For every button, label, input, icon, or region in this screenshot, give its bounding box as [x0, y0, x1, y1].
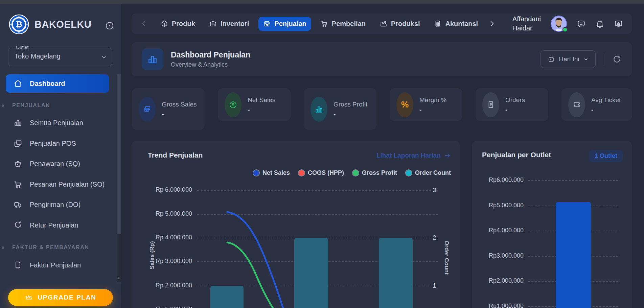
kpi-card-gross-profit[interactable]: Gross Profit -: [304, 88, 376, 130]
sidebar-item-label: Pengiriman (DO): [30, 201, 80, 209]
upgrade-plan-button[interactable]: UPGRADE PLAN: [8, 289, 113, 306]
y-tick: Rp3.000.000: [476, 252, 524, 259]
kpi-title: Gross Profit: [334, 100, 367, 109]
order-count-bar-2[interactable]: [294, 238, 328, 308]
kpi-title: Orders: [505, 96, 525, 104]
right-axis-tick: 3: [433, 186, 436, 194]
user-name: Affandani Haidar: [512, 15, 541, 33]
module-tabs: Produk Inventori Penjualan: [156, 17, 483, 31]
left-axis-title: Sales (Rp): [149, 232, 156, 279]
warehouse-icon: [209, 20, 217, 27]
date-filter-label: Hari Ini: [559, 55, 579, 63]
sidebar-item-pesanan-penjualan-so[interactable]: Pesanan Penjualan (SO): [6, 177, 109, 192]
legend-item-cogs[interactable]: COGS (HPP): [299, 169, 344, 176]
sidebar-item-semua-penjualan[interactable]: Semua Penjualan: [6, 115, 109, 130]
dollar-icon: [225, 92, 242, 117]
legend-item-order-count[interactable]: Order Count: [406, 169, 451, 176]
invoice-icon: [14, 261, 22, 269]
kpi-title: Margin %: [419, 96, 446, 104]
sidebar-item-label: Penjualan POS: [30, 140, 76, 147]
sidebar-item-dashboard[interactable]: Dashboard: [6, 74, 109, 93]
tab-inventori[interactable]: Inventori: [205, 17, 254, 31]
tab-produk[interactable]: Produk: [156, 17, 200, 31]
y-tick: Rp6.000.000: [476, 176, 524, 184]
sidebar-item-faktur-penjualan[interactable]: Faktur Penjualan: [6, 258, 109, 273]
crown-icon: [25, 293, 33, 302]
chat-feedback-icon[interactable]: [577, 19, 586, 28]
sidebar-item-pengiriman-do[interactable]: Pengiriman (DO): [6, 197, 109, 212]
y-tick: Rp 1.000.000: [138, 306, 192, 308]
lihat-laporan-harian-link[interactable]: Lihat Laporan Harian: [376, 152, 451, 159]
percent-icon: %: [396, 92, 413, 117]
window-top-strip: [0, 0, 644, 4]
sidebar-item-penjualan-pos[interactable]: Penjualan POS: [6, 136, 109, 151]
truck-icon: [14, 200, 22, 209]
kpi-value: -: [591, 106, 621, 114]
arrow-right-icon: [444, 152, 451, 159]
sidebar-section-faktur: FAKTUR & PEMBAYARAN: [12, 244, 89, 251]
top-navigation-bar: Produk Inventori Penjualan: [132, 14, 632, 34]
kpi-value: -: [334, 111, 367, 118]
sidebar-item-label: Pesanan Penjualan (SO): [30, 181, 105, 188]
outlet-sales-bar[interactable]: [556, 202, 591, 308]
right-axis-tick: 2: [433, 234, 436, 241]
y-tick: Rp1.000.000: [476, 303, 524, 308]
tab-akuntansi[interactable]: Akuntansi: [429, 17, 483, 31]
kpi-card-avg-ticket[interactable]: Avg Ticket -: [561, 88, 632, 121]
kpi-card-net-sales[interactable]: Net Sales -: [218, 88, 291, 121]
right-axis-title: Order Count: [443, 234, 450, 281]
ticket-icon: [568, 92, 585, 117]
outlet-selector[interactable]: Outlet Toko Magelang: [8, 48, 112, 66]
tab-pembelian[interactable]: Pembelian: [316, 17, 370, 31]
outlet-value: Toko Magelang: [15, 52, 61, 60]
sidebar-item-retur-penjualan[interactable]: Retur Penjualan: [6, 218, 109, 233]
page-header-actions: Hari Ini: [540, 50, 622, 68]
gridline: [197, 190, 438, 191]
sidebar-scrollbar-thumb[interactable]: [117, 74, 121, 234]
legend-dot: [299, 170, 304, 176]
outlet-label: Outlet: [13, 45, 31, 50]
legend-dot: [253, 170, 259, 176]
kpi-text: Avg Ticket -: [591, 96, 621, 114]
order-count-bar-1[interactable]: [210, 286, 244, 308]
kpi-text: Gross Profit -: [334, 100, 367, 118]
y-tick: Rp 6.000.000: [138, 186, 192, 193]
cart-icon: [14, 180, 22, 189]
sidebar-scroll-down-button[interactable]: ▾: [117, 274, 121, 282]
monitor-stats-icon[interactable]: [614, 19, 623, 28]
sidebar-item-penawaran-sq[interactable]: Penawaran (SQ): [6, 156, 109, 171]
circle-dot-icon[interactable]: [105, 21, 114, 30]
kpi-card-gross-sales[interactable]: Gross Sales -: [132, 88, 205, 130]
kpi-text: Net Sales -: [248, 96, 275, 114]
tab-produksi[interactable]: Produksi: [375, 17, 425, 31]
avatar[interactable]: [550, 15, 567, 32]
kpi-card-orders[interactable]: Orders -: [476, 88, 548, 121]
y-tick: Rp 5.000.000: [138, 210, 192, 217]
bell-icon[interactable]: [595, 19, 604, 28]
sidebar-item-label: Penawaran (SQ): [30, 160, 80, 168]
chevron-down-icon: [100, 54, 107, 61]
kpi-title: Avg Ticket: [591, 96, 621, 104]
divider: [604, 53, 604, 65]
legend-item-gross-profit[interactable]: Gross Profit: [353, 169, 397, 176]
tab-penjualan[interactable]: Penjualan: [258, 17, 311, 31]
kpi-value: -: [505, 106, 525, 114]
gridline: [197, 214, 438, 215]
kpi-card-margin[interactable]: % Margin % -: [390, 88, 462, 121]
y-tick: Rp4.000.000: [476, 227, 524, 234]
outlet-count-badge: 1 Outlet: [589, 150, 623, 162]
chevron-left-icon[interactable]: [140, 20, 148, 27]
date-filter-button[interactable]: Hari Ini: [540, 50, 595, 68]
chevron-right-icon[interactable]: [488, 20, 496, 27]
order-count-bar-3[interactable]: [379, 238, 413, 308]
legend-item-net-sales[interactable]: Net Sales: [253, 169, 290, 176]
gridline: [528, 180, 618, 181]
legend-dot: [406, 170, 412, 176]
page-subtitle: Overview & Analytics: [171, 61, 250, 68]
copy-pages-icon: [14, 139, 22, 148]
sidebar-item-label: Retur Penjualan: [30, 221, 78, 229]
page-header-icon-tile: [142, 48, 163, 70]
refresh-icon[interactable]: [612, 54, 622, 64]
section-bullet: [2, 104, 4, 107]
y-tick: Rp 3.000.000: [138, 258, 192, 265]
